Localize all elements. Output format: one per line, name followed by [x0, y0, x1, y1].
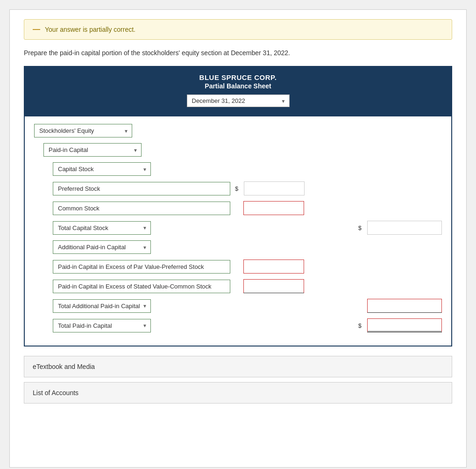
additional-paid-in-capital-row: Additional Paid-in Capital — [53, 240, 442, 254]
balance-sheet-header: BLUE SPRUCE CORP. Partial Balance Sheet … — [25, 67, 451, 116]
capital-stock-wrapper[interactable]: Capital Stock — [53, 162, 151, 176]
total-paid-in-capital-dollar: $ — [358, 322, 362, 329]
list-accounts-section[interactable]: List of Accounts — [24, 382, 452, 404]
preferred-stock-input[interactable] — [244, 181, 305, 195]
common-stock-row: Common Stock — [53, 201, 442, 215]
total-paid-in-capital-wrapper[interactable]: Total Paid-in Capital — [53, 319, 151, 332]
paid-in-capital-select[interactable]: Paid-in Capital — [43, 143, 142, 157]
preferred-stock-dollar: $ — [235, 185, 238, 192]
page-container: — Your answer is partially correct. Prep… — [9, 9, 467, 468]
capital-stock-select[interactable]: Capital Stock — [53, 162, 151, 176]
instruction-text: Prepare the paid-in capital portion of t… — [24, 49, 452, 57]
additional-paid-in-capital-select[interactable]: Additional Paid-in Capital — [53, 240, 151, 254]
date-select-wrapper[interactable]: December 31, 2022 — [187, 94, 290, 107]
paid-in-capital-common-label: Paid-in Capital in Excess of Stated Valu… — [53, 280, 230, 293]
total-additional-paid-in-capital-wrapper[interactable]: Total Additional Paid-in Capital — [53, 299, 151, 313]
paid-in-capital-wrapper[interactable]: Paid-in Capital — [43, 143, 142, 157]
total-capital-stock-select[interactable]: Total Capital Stock — [53, 221, 151, 235]
total-paid-in-capital-input[interactable] — [367, 318, 442, 332]
preferred-stock-label: Preferred Stock — [53, 182, 230, 195]
stockholders-equity-row: Stockholders' Equity — [34, 124, 442, 137]
total-paid-in-capital-select[interactable]: Total Paid-in Capital — [53, 319, 151, 332]
alert-icon: — — [33, 25, 40, 34]
company-name: BLUE SPRUCE CORP. — [29, 73, 447, 81]
form-section: Stockholders' Equity Paid-in Capital Cap… — [25, 116, 451, 346]
alert-box: — Your answer is partially correct. — [24, 19, 452, 40]
total-capital-stock-dollar: $ — [358, 224, 362, 231]
capital-stock-row: Capital Stock — [53, 162, 442, 176]
bottom-sections: eTextbook and Media List of Accounts — [24, 356, 452, 404]
total-paid-in-capital-row: Total Paid-in Capital $ — [53, 318, 442, 332]
total-additional-paid-in-capital-input[interactable] — [367, 299, 442, 313]
total-additional-paid-in-capital-row: Total Additional Paid-in Capital — [53, 299, 442, 313]
total-capital-stock-row: Total Capital Stock $ — [53, 221, 442, 235]
common-stock-input[interactable] — [243, 201, 304, 215]
etextbook-section[interactable]: eTextbook and Media — [24, 356, 452, 377]
sheet-title: Partial Balance Sheet — [29, 82, 447, 90]
total-capital-stock-wrapper[interactable]: Total Capital Stock — [53, 221, 151, 235]
paid-in-capital-preferred-label: Paid-in Capital in Excess of Par Value-P… — [53, 260, 230, 274]
alert-text: Your answer is partially correct. — [45, 26, 135, 33]
additional-paid-in-capital-wrapper[interactable]: Additional Paid-in Capital — [53, 240, 151, 254]
stockholders-equity-wrapper[interactable]: Stockholders' Equity — [34, 124, 132, 137]
paid-in-capital-preferred-row: Paid-in Capital in Excess of Par Value-P… — [53, 260, 442, 274]
balance-sheet-container: BLUE SPRUCE CORP. Partial Balance Sheet … — [24, 66, 452, 346]
common-stock-label: Common Stock — [53, 202, 230, 215]
stockholders-equity-select[interactable]: Stockholders' Equity — [34, 124, 132, 137]
total-additional-paid-in-capital-select[interactable]: Total Additional Paid-in Capital — [53, 299, 151, 313]
preferred-stock-row: Preferred Stock $ — [53, 181, 442, 195]
total-capital-stock-input[interactable] — [367, 221, 442, 235]
paid-in-capital-common-input[interactable] — [243, 279, 304, 293]
date-select-row: December 31, 2022 — [29, 90, 447, 112]
paid-in-capital-common-row: Paid-in Capital in Excess of Stated Valu… — [53, 279, 442, 293]
paid-in-capital-row: Paid-in Capital — [43, 143, 442, 157]
date-select[interactable]: December 31, 2022 — [187, 94, 290, 107]
paid-in-capital-preferred-input[interactable] — [243, 260, 304, 274]
